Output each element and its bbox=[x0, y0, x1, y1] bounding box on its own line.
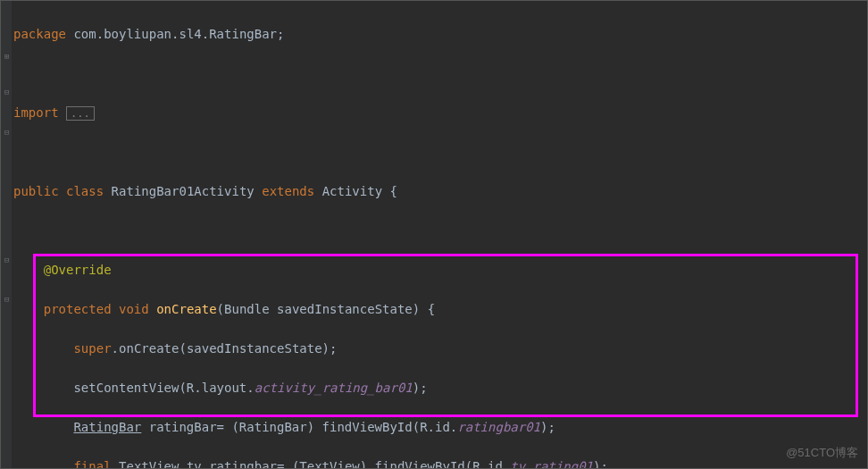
package-name: com.boyliupan.sl4.RatingBar bbox=[66, 27, 277, 41]
import-fold[interactable]: ... bbox=[66, 106, 95, 121]
kw-import: import bbox=[13, 105, 59, 120]
fold-minus-icon[interactable]: ⊟ bbox=[3, 88, 11, 96]
fold-minus-icon[interactable]: ⊟ bbox=[3, 256, 11, 264]
watermark: @51CTO博客 bbox=[786, 443, 858, 463]
code-editor[interactable]: package com.boyliupan.sl4.RatingBar; imp… bbox=[13, 4, 867, 469]
fold-plus-icon[interactable]: ⊞ bbox=[3, 53, 11, 61]
kw-package: package bbox=[13, 27, 66, 41]
fold-minus-icon[interactable]: ⊟ bbox=[3, 296, 11, 304]
annotation-override: @Override bbox=[44, 263, 112, 277]
fold-minus-icon[interactable]: ⊟ bbox=[3, 129, 11, 137]
method-oncreate: onCreate bbox=[156, 302, 216, 316]
editor-gutter: ⊞ ⊟ ⊟ ⊟ ⊟ bbox=[1, 1, 12, 468]
class-name: RatingBar01Activity bbox=[112, 184, 255, 198]
type-ratingbar: RatingBar bbox=[73, 420, 141, 434]
